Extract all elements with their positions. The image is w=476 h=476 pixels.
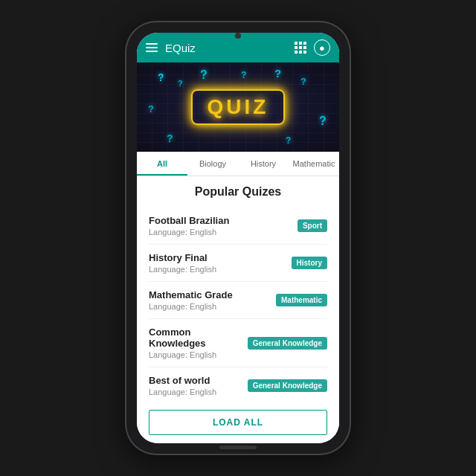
quiz-tag-3: General Knowledge [248,337,327,350]
qmark-2: ? [178,79,183,88]
quiz-name-0: Football Brazilian [149,215,229,226]
quiz-item-1[interactable]: History Final Language: English History [149,245,327,282]
qmark-5: ? [274,67,281,80]
qmark-7: ? [148,103,154,115]
qmark-4: ? [241,70,246,80]
quiz-banner: ? ? ? ? ? ? ? ? ? ? QUIZ [137,62,339,152]
quiz-name-3: Common Knowledges [149,327,248,349]
content-area: Popular Quizes Football Brazilian Langua… [137,176,339,443]
quiz-info-2: Mathematic Grade Language: English [149,289,233,311]
quiz-info-3: Common Knowledges Language: English [149,327,248,359]
quiz-neon-box: QUIZ [191,89,286,125]
tab-all[interactable]: All [137,152,187,176]
quiz-neon-text: QUIZ [208,95,269,118]
quiz-lang-1: Language: English [149,265,216,274]
quiz-tag-4: General Knowledge [248,379,327,392]
quiz-name-4: Best of world [149,375,216,386]
phone-home-bar [219,446,257,449]
tab-bar: All Biology History Mathematic [137,152,339,176]
quiz-info-4: Best of world Language: English [149,375,216,396]
quiz-tag-1: History [292,257,327,269]
quiz-list: Football Brazilian Language: English Spo… [149,208,327,404]
qmark-9: ? [167,132,173,144]
tab-history[interactable]: History [238,152,289,176]
quiz-item-0[interactable]: Football Brazilian Language: English Spo… [149,208,327,245]
quiz-item-4[interactable]: Best of world Language: English General … [149,367,327,404]
tab-biology[interactable]: Biology [187,152,238,176]
quiz-lang-4: Language: English [149,387,216,396]
tab-mathematic[interactable]: Mathematic [289,152,339,176]
qmark-1: ? [158,71,164,83]
quiz-name-1: History Final [149,252,216,263]
hamburger-icon[interactable] [146,43,158,52]
account-circle-icon[interactable]: ● [314,39,330,56]
quiz-item-2[interactable]: Mathematic Grade Language: English Mathe… [149,282,327,319]
phone-frame: EQuiz ● ? ? ? ? ? ? ? ? ? ? [126,22,350,454]
qmark-6: ? [300,76,306,87]
quiz-item-3[interactable]: Common Knowledges Language: English Gene… [149,319,327,367]
phone-camera [235,33,241,39]
app-title: EQuiz [165,42,196,54]
quiz-lang-3: Language: English [149,350,248,359]
quiz-tag-0: Sport [298,219,327,232]
quiz-name-2: Mathematic Grade [149,289,233,300]
quiz-tag-2: Mathematic [276,294,327,306]
load-all-button[interactable]: LOAD ALL [149,410,327,435]
phone-screen: EQuiz ● ? ? ? ? ? ? ? ? ? ? [137,33,339,443]
quiz-lang-0: Language: English [149,228,229,237]
qmark-3: ? [200,68,208,82]
qmark-10: ? [286,135,291,146]
qmark-8: ? [319,115,327,128]
quiz-lang-2: Language: English [149,302,233,311]
quiz-info-0: Football Brazilian Language: English [149,215,229,237]
section-title: Popular Quizes [149,185,327,199]
quiz-info-1: History Final Language: English [149,252,216,274]
grid-icon[interactable] [295,42,306,54]
